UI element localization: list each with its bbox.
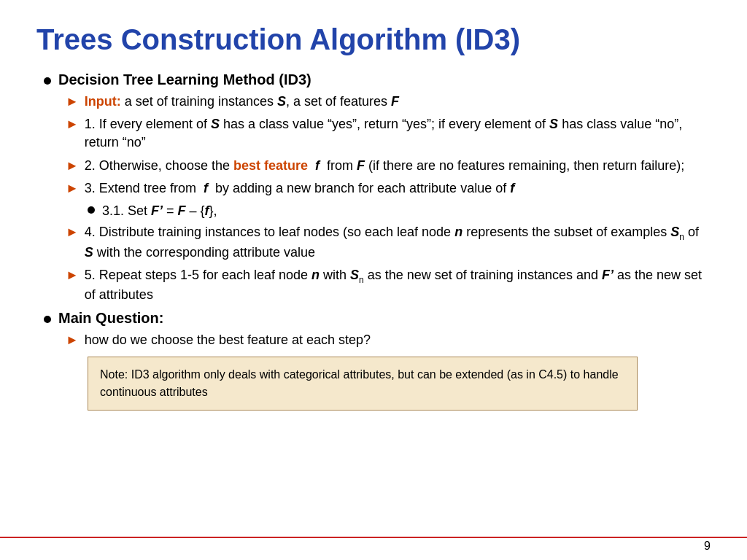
page-number: 9 [704, 540, 711, 553]
step2-text: 2. Otherwise, choose the best feature f … [85, 157, 684, 175]
subscript-n-1: n [679, 232, 684, 242]
bullet-circle-3-1 [88, 206, 95, 214]
note-text: Note: ID3 algorithm only deals with cate… [100, 368, 619, 398]
var-Sn-1: S [670, 225, 679, 239]
step2-item: ► 2. Otherwise, choose the best feature … [66, 157, 711, 175]
step5-item: ► 5. Repeat steps 1-5 for each leaf node… [66, 266, 711, 305]
section-decision-tree: Decision Tree Learning Method (ID3) [44, 71, 711, 88]
bullet-circle-1 [44, 77, 51, 85]
var-F-3: F [178, 203, 186, 218]
note-box: Note: ID3 algorithm only deals with cate… [88, 357, 638, 411]
step4-item: ► 4. Distribute training instances to le… [66, 223, 711, 262]
var-n-1: n [454, 225, 462, 239]
var-S-1: S [277, 94, 286, 109]
content-area: Decision Tree Learning Method (ID3) ► In… [44, 71, 711, 411]
var-f-3: f [510, 181, 514, 195]
step1-text: 1. If every element of S has a class val… [85, 115, 711, 152]
bottom-divider [0, 537, 747, 538]
input-text: Input: a set of training instances S, a … [85, 93, 399, 111]
var-Fprime-2: F’ [602, 268, 614, 282]
var-S-4: S [85, 245, 93, 260]
step3-item: ► 3. Extend tree from f by adding a new … [66, 179, 711, 198]
arrow-step1: ► [66, 117, 79, 132]
main-question-items: ► how do we choose the best feature at e… [66, 331, 711, 349]
var-F-2: F [357, 158, 365, 173]
main-question-heading-row: Main Question: [44, 310, 711, 327]
main-question-item: ► how do we choose the best feature at e… [66, 331, 711, 349]
arrow-step5: ► [66, 268, 79, 283]
var-f-2: f [204, 181, 208, 195]
arrow-step3: ► [66, 181, 79, 196]
bullet-circle-2 [44, 316, 51, 323]
arrow-mq: ► [66, 332, 79, 348]
step3-sub-list: 3.1. Set F’ = F – {f}, [88, 202, 711, 220]
step3-text: 3. Extend tree from f by adding a new br… [85, 179, 514, 198]
best-feature-label: best feature [233, 158, 308, 173]
var-f-4: f [205, 203, 209, 218]
arrow-step2: ► [66, 158, 79, 174]
step3-1-item: 3.1. Set F’ = F – {f}, [88, 202, 711, 220]
subscript-n-2: n [359, 274, 364, 284]
slide: Trees Construction Algorithm (ID3) Decis… [0, 0, 747, 560]
slide-title: Trees Construction Algorithm (ID3) [36, 22, 711, 57]
var-Sn-2: S [350, 268, 359, 282]
var-S-2: S [211, 117, 220, 131]
input-label: Input: [85, 94, 121, 109]
var-F-1: F [391, 94, 399, 109]
step1-item: ► 1. If every element of S has a class v… [66, 115, 711, 152]
var-S-3: S [549, 117, 558, 131]
step5-text: 5. Repeat steps 1-5 for each leaf node n… [85, 266, 711, 305]
section-1-items: ► Input: a set of training instances S, … [66, 93, 711, 304]
var-n-2: n [311, 268, 320, 282]
step3-1-text: 3.1. Set F’ = F – {f}, [102, 202, 217, 220]
arrow-input: ► [66, 94, 79, 109]
input-item: ► Input: a set of training instances S, … [66, 93, 711, 111]
arrow-step4: ► [66, 225, 79, 240]
step4-text: 4. Distribute training instances to leaf… [85, 223, 711, 262]
var-Fprime-1: F’ [151, 203, 163, 218]
var-f-1: f [315, 158, 320, 173]
section-1-heading: Decision Tree Learning Method (ID3) [58, 71, 311, 88]
main-question-heading: Main Question: [58, 310, 163, 327]
main-question-text: how do we choose the best feature at eac… [85, 331, 371, 349]
section-main-question: Main Question: ► how do we choose the be… [44, 310, 711, 411]
